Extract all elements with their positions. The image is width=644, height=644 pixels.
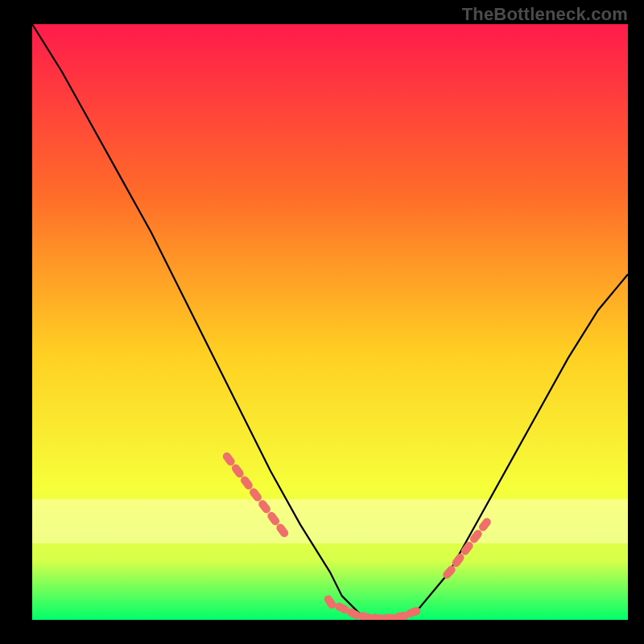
highlight-band <box>32 499 628 543</box>
chart-svg <box>32 24 628 620</box>
chart-frame <box>32 24 628 620</box>
watermark-text: TheBottleneck.com <box>462 4 628 25</box>
